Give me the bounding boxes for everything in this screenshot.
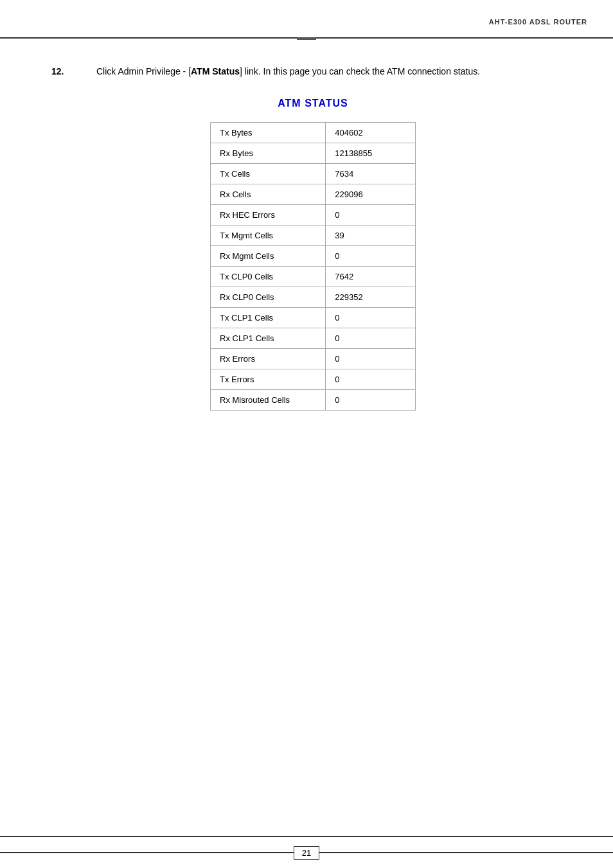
step-12-paragraph: 12. Click Admin Privilege - [ATM Status]… [51, 64, 574, 78]
step-text-after: ] link. In this page you can check the A… [240, 66, 480, 76]
footer-line-right [319, 852, 613, 853]
table-cell-label: Rx CLP0 Cells [211, 287, 326, 308]
footer-line-left [0, 852, 294, 853]
table-cell-value: 0 [326, 205, 416, 226]
table-row: Tx CLP0 Cells7642 [211, 267, 416, 287]
table-cell-value: 12138855 [326, 143, 416, 164]
table-row: Tx Mgmt Cells39 [211, 226, 416, 246]
table-row: Tx Errors0 [211, 369, 416, 390]
step-link-text: ATM Status [191, 66, 240, 76]
table-cell-value: 0 [326, 390, 416, 411]
table-cell-label: Tx Cells [211, 164, 326, 184]
content-area: 12. Click Admin Privilege - [ATM Status]… [0, 39, 613, 475]
table-cell-value: 0 [326, 349, 416, 369]
table-cell-label: Tx Mgmt Cells [211, 226, 326, 246]
atm-status-table: Tx Bytes404602Rx Bytes12138855Tx Cells76… [210, 122, 416, 411]
footer: 21 [0, 836, 613, 868]
page-number: 21 [294, 846, 319, 860]
table-cell-label: Rx CLP1 Cells [211, 328, 326, 349]
header-logo: AHT-E300 ADSL ROUTER [489, 18, 587, 26]
table-cell-label: Rx Mgmt Cells [211, 246, 326, 267]
table-cell-label: Tx Bytes [211, 123, 326, 143]
table-row: Tx Cells7634 [211, 164, 416, 184]
header-center-decoration [297, 37, 316, 40]
table-cell-value: 0 [326, 246, 416, 267]
table-cell-value: 0 [326, 369, 416, 390]
table-row: Tx CLP1 Cells0 [211, 308, 416, 328]
table-cell-value: 404602 [326, 123, 416, 143]
table-row: Rx Bytes12138855 [211, 143, 416, 164]
table-row: Rx Misrouted Cells0 [211, 390, 416, 411]
table-row: Rx Mgmt Cells0 [211, 246, 416, 267]
table-cell-label: Rx Errors [211, 349, 326, 369]
table-row: Rx Cells229096 [211, 184, 416, 205]
table-row: Rx HEC Errors0 [211, 205, 416, 226]
header-bar: AHT-E300 ADSL ROUTER [0, 0, 613, 39]
table-cell-label: Tx CLP1 Cells [211, 308, 326, 328]
table-cell-value: 7642 [326, 267, 416, 287]
table-cell-label: Rx Cells [211, 184, 326, 205]
table-cell-value: 0 [326, 308, 416, 328]
table-cell-value: 39 [326, 226, 416, 246]
atm-status-title: ATM STATUS [51, 98, 574, 109]
page-container: AHT-E300 ADSL ROUTER 12. Click Admin Pri… [0, 0, 613, 868]
table-cell-label: Tx Errors [211, 369, 326, 390]
table-cell-label: Rx HEC Errors [211, 205, 326, 226]
table-row: Rx Errors0 [211, 349, 416, 369]
table-row: Rx CLP1 Cells0 [211, 328, 416, 349]
table-cell-label: Rx Bytes [211, 143, 326, 164]
atm-status-table-container: Tx Bytes404602Rx Bytes12138855Tx Cells76… [51, 122, 574, 411]
table-cell-label: Tx CLP0 Cells [211, 267, 326, 287]
table-cell-value: 0 [326, 328, 416, 349]
table-cell-label: Rx Misrouted Cells [211, 390, 326, 411]
table-cell-value: 229352 [326, 287, 416, 308]
table-cell-value: 229096 [326, 184, 416, 205]
step-text: Click Admin Privilege - [ATM Status] lin… [96, 64, 480, 78]
step-number: 12. [51, 64, 84, 78]
table-row: Rx CLP0 Cells229352 [211, 287, 416, 308]
step-text-before: Click Admin Privilege - [ [96, 66, 191, 76]
table-cell-value: 7634 [326, 164, 416, 184]
table-row: Tx Bytes404602 [211, 123, 416, 143]
